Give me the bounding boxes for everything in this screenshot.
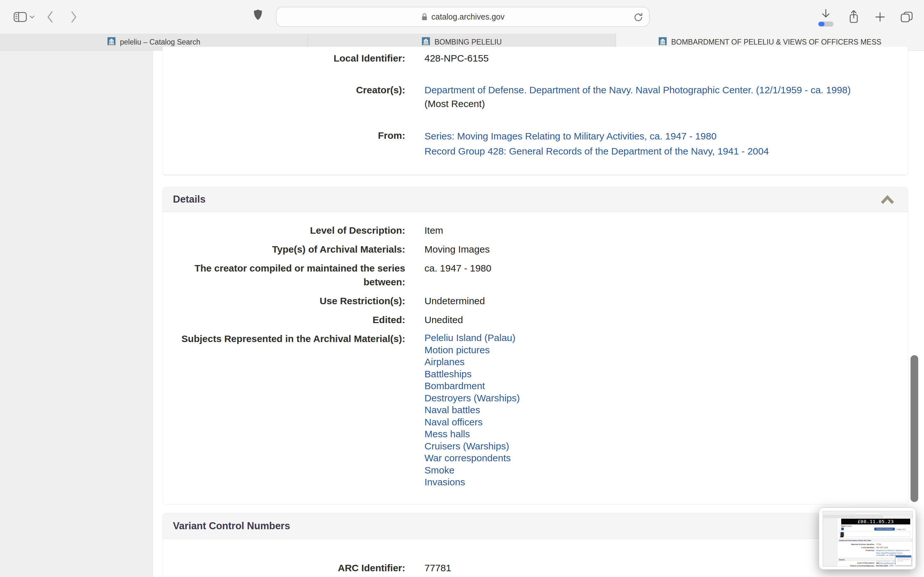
nara-favicon xyxy=(107,37,115,47)
page-content: Local Identifier: 428-NPC-6155 Creator(s… xyxy=(0,51,924,577)
url-bar[interactable]: catalog.archives.gov xyxy=(276,7,650,27)
new-tab-button[interactable] xyxy=(875,11,885,23)
download-progress-fill xyxy=(819,22,825,26)
details-header[interactable]: Details xyxy=(163,187,908,212)
url-text: catalog.archives.gov xyxy=(431,12,505,21)
field-value: Moving Images xyxy=(425,242,874,256)
nara-favicon xyxy=(659,37,667,47)
screenshot-preview-thumbnail[interactable]: £00.11.05.23 Reel: 1 of 1 View/Add Contr… xyxy=(819,508,916,570)
sidebar-toggle-icon[interactable] xyxy=(13,12,27,22)
field-label: The creator compiled or maintained the s… xyxy=(181,261,405,289)
field-label: Subjects Represented in the Archival Mat… xyxy=(181,332,405,488)
mini-media-strip xyxy=(839,531,910,537)
tab-label: BOMBING PELELIU xyxy=(435,38,502,47)
record-summary-card: Local Identifier: 428-NPC-6155 Creator(s… xyxy=(162,47,908,175)
forward-button[interactable] xyxy=(65,7,82,27)
mini-timecode: £00.11.05.23 xyxy=(858,519,894,524)
mini-contributions-button: View/Add Contributions xyxy=(874,528,895,530)
field-use-restrictions: Use Restriction(s): Undetermined xyxy=(181,294,908,308)
details-section: Details Level of Description: Item Type(… xyxy=(162,187,908,504)
privacy-shield-icon[interactable] xyxy=(254,9,262,21)
subject-link[interactable]: Battleships xyxy=(425,368,874,380)
subject-link[interactable]: War correspondents xyxy=(425,452,874,464)
section-title: Details xyxy=(173,193,206,205)
field-value: 77781 xyxy=(425,561,874,575)
subject-link[interactable]: Smoke xyxy=(425,464,874,476)
subject-link[interactable]: Peleliu Island (Palau) xyxy=(425,332,874,344)
downloads-button[interactable] xyxy=(819,7,833,27)
field-value: 428-NPC-6155 xyxy=(425,51,874,65)
mini-video-player: £00.11.05.23 xyxy=(841,519,910,524)
field-label: From: xyxy=(181,129,405,159)
tab-label: peleliu – Catalog Search xyxy=(120,38,200,47)
field-arc-identifier: ARC Identifier: 77781 xyxy=(181,561,908,575)
mini-reel-label: Reel: 1 of 1 xyxy=(841,525,851,527)
screenshot-preview-content: £00.11.05.23 Reel: 1 of 1 View/Add Contr… xyxy=(822,511,913,567)
field-label: Edited: xyxy=(181,313,405,327)
variant-header[interactable]: Variant Control Numbers xyxy=(163,513,908,539)
field-label: Use Restriction(s): xyxy=(181,294,405,308)
mini-additional-info-header: Additional Information About this Item⌃ xyxy=(838,538,913,542)
subject-link[interactable]: Cruisers (Warships) xyxy=(425,440,874,452)
field-local-identifier: Local Identifier: 428-NPC-6155 xyxy=(181,51,908,65)
series-link[interactable]: Series: Moving Images Relating to Milita… xyxy=(425,131,716,141)
reload-icon[interactable] xyxy=(633,12,644,23)
nara-favicon xyxy=(422,37,430,47)
field-value: ca. 1947 - 1980 xyxy=(425,261,874,289)
share-button[interactable] xyxy=(848,10,860,24)
subject-link[interactable]: Invasions xyxy=(425,476,874,488)
left-panel xyxy=(0,51,153,577)
field-level-of-description: Level of Description: Item xyxy=(181,223,908,237)
field-edited: Edited: Unedited xyxy=(181,313,908,327)
field-value: Item xyxy=(425,223,874,237)
field-label: Creator(s): xyxy=(181,83,405,111)
creator-suffix: (Most Recent) xyxy=(425,98,485,109)
back-button[interactable] xyxy=(42,7,58,27)
sidebar-menu-chevron-icon[interactable] xyxy=(29,15,35,19)
lock-icon xyxy=(421,13,428,21)
subject-link[interactable]: Motion pictures xyxy=(425,344,874,356)
mini-download-icon xyxy=(841,528,844,530)
field-archival-materials-type: Type(s) of Archival Materials: Moving Im… xyxy=(181,242,908,256)
subject-link[interactable]: Destroyers (Warships) xyxy=(425,392,874,404)
field-value: Unedited xyxy=(425,313,874,327)
tab-overview-button[interactable] xyxy=(900,11,913,23)
creator-link[interactable]: Department of Defense. Department of the… xyxy=(425,85,851,95)
field-creators: Creator(s): Department of Defense. Depar… xyxy=(181,83,908,111)
field-label: Type(s) of Archival Materials: xyxy=(181,242,405,256)
subject-link[interactable]: Airplanes xyxy=(425,356,874,368)
mini-left-panel xyxy=(823,518,838,566)
subject-link[interactable]: Naval officers xyxy=(425,416,874,428)
mini-filmstrip-bar xyxy=(840,536,843,537)
subject-link[interactable]: Naval battles xyxy=(425,404,874,416)
section-title: Variant Control Numbers xyxy=(173,520,290,532)
field-subjects: Subjects Represented in the Archival Mat… xyxy=(181,332,908,488)
download-progress-pill xyxy=(818,21,834,27)
mini-pagination: Image 1 of 1 xyxy=(897,528,906,530)
collapse-chevron-icon[interactable] xyxy=(881,195,894,204)
record-group-link[interactable]: Record Group 428: General Records of the… xyxy=(425,146,769,156)
variant-control-numbers-section: Variant Control Numbers ARC Identifier: … xyxy=(162,513,908,577)
mini-nested-thumbnail xyxy=(895,555,911,566)
field-value: Undetermined xyxy=(425,294,874,308)
field-from: From: Series: Moving Images Relating to … xyxy=(181,129,908,159)
scrollbar-thumb[interactable] xyxy=(911,355,918,502)
subject-link[interactable]: Bombardment xyxy=(425,380,874,392)
field-label: ARC Identifier: xyxy=(181,561,405,575)
field-label: Level of Description: xyxy=(181,223,405,237)
field-series-dates: The creator compiled or maintained the s… xyxy=(181,261,908,289)
mini-filmstrip-icon xyxy=(840,532,844,536)
subject-link[interactable]: Mess halls xyxy=(425,428,874,440)
tab-label: BOMBARDMENT OF PELELIU & VIEWS OF OFFICE… xyxy=(671,38,881,47)
browser-toolbar: catalog.archives.gov xyxy=(0,0,924,34)
mini-browser-toolbar xyxy=(823,511,913,515)
mini-tab-bar xyxy=(823,515,913,518)
field-label: Local Identifier: xyxy=(181,51,405,65)
